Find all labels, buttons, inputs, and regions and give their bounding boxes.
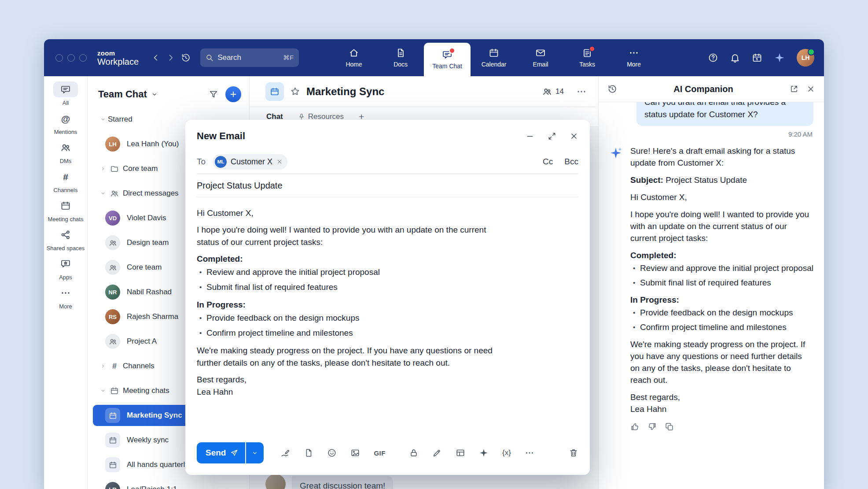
expand-button[interactable] bbox=[548, 132, 556, 141]
avatar: LR bbox=[105, 482, 120, 489]
nav-tab-email[interactable]: Email bbox=[517, 39, 564, 76]
rail-item-dms[interactable]: DMs bbox=[46, 140, 85, 164]
ai-body-intro: I hope you're doing well! I wanted to pr… bbox=[630, 208, 813, 244]
open-in-new-icon bbox=[790, 85, 798, 93]
help-button[interactable] bbox=[708, 52, 718, 63]
zoom-window-control[interactable] bbox=[79, 54, 87, 62]
history-button[interactable] bbox=[178, 50, 193, 65]
close-window-control[interactable] bbox=[55, 54, 63, 62]
item-label: Lea/Rajesh 1:1 bbox=[127, 485, 177, 489]
avatar: RS bbox=[105, 309, 120, 324]
avatar bbox=[265, 474, 286, 489]
nav-tab-more[interactable]: More bbox=[611, 39, 657, 76]
star-channel-button[interactable] bbox=[290, 86, 300, 96]
item-label: Rajesh Sharma bbox=[127, 312, 178, 321]
send-options-button[interactable] bbox=[246, 442, 264, 463]
thumbs-up-button[interactable] bbox=[630, 422, 640, 431]
email-icon bbox=[535, 48, 546, 58]
rail-item-meeting-chats[interactable]: Meeting chats bbox=[46, 198, 85, 222]
hash-icon: # bbox=[63, 174, 68, 180]
subject-field[interactable]: Project Status Update bbox=[197, 174, 578, 197]
rail-item-more[interactable]: More bbox=[46, 285, 85, 310]
rail-item-apps[interactable]: Apps bbox=[46, 256, 85, 281]
list-item: Provide feedback on the design mockups bbox=[206, 312, 500, 324]
ai-assist-button[interactable] bbox=[479, 448, 489, 458]
item-label: Nabil Rashad bbox=[127, 288, 172, 296]
gif-label: GIF bbox=[374, 449, 386, 457]
meeting-calendar-icon bbox=[60, 200, 71, 211]
recipient-row[interactable]: To ML Customer X Cc Bcc bbox=[197, 150, 578, 174]
rail-item-mentions[interactable]: @ Mentions bbox=[46, 111, 85, 135]
item-label: Design team bbox=[127, 238, 169, 247]
insert-image-button[interactable] bbox=[350, 448, 360, 458]
remove-recipient-button[interactable] bbox=[276, 159, 283, 165]
nav-tab-label: Team Chat bbox=[432, 63, 462, 70]
filter-button[interactable] bbox=[209, 89, 218, 99]
minimize-button[interactable] bbox=[526, 132, 534, 141]
rail-label: All bbox=[63, 100, 69, 106]
notification-dot bbox=[449, 48, 455, 54]
more-icon bbox=[629, 48, 639, 58]
ai-signature: Lea Hahn bbox=[630, 403, 813, 415]
completed-label: Completed: bbox=[630, 251, 677, 260]
rail-label: More bbox=[59, 303, 72, 310]
search-input[interactable]: Search ⌘F bbox=[200, 48, 299, 67]
send-button[interactable]: Send bbox=[197, 442, 245, 463]
in-progress-label: In Progress: bbox=[197, 299, 500, 311]
ai-history-button[interactable] bbox=[607, 84, 617, 94]
user-avatar[interactable]: LH bbox=[797, 49, 814, 67]
recipient-name: Customer X bbox=[231, 157, 272, 167]
compose-toolbar: Send GIF bbox=[197, 435, 578, 475]
sidebar-item-lea-rajesh[interactable]: LR Lea/Rajesh 1:1 bbox=[88, 477, 249, 489]
ai-companion-button[interactable] bbox=[774, 52, 785, 63]
send-label: Send bbox=[206, 448, 226, 458]
message-bubble: Great discussion team! bbox=[292, 476, 393, 489]
nav-tab-label: Calendar bbox=[482, 61, 507, 68]
minimize-window-control[interactable] bbox=[67, 54, 75, 62]
more-icon bbox=[60, 288, 71, 298]
forward-button[interactable] bbox=[163, 50, 178, 65]
copy-button[interactable] bbox=[665, 422, 674, 431]
calendar-quick-button[interactable] bbox=[752, 52, 762, 63]
open-in-new-button[interactable] bbox=[790, 85, 798, 93]
close-panel-button[interactable] bbox=[806, 85, 815, 93]
variables-button[interactable]: {x} bbox=[502, 448, 511, 457]
cc-button[interactable]: Cc bbox=[543, 157, 553, 167]
nav-tab-home[interactable]: Home bbox=[331, 39, 377, 76]
nav-tab-label: More bbox=[627, 61, 641, 68]
sidebar-title-dropdown[interactable]: Team Chat bbox=[98, 89, 158, 100]
emoji-button[interactable] bbox=[327, 448, 337, 458]
meeting-calendar-icon bbox=[108, 386, 121, 395]
team-avatar bbox=[105, 260, 120, 275]
thumbs-down-button[interactable] bbox=[647, 422, 657, 431]
member-count[interactable]: 14 bbox=[542, 87, 564, 96]
chevron-down-icon bbox=[98, 116, 108, 122]
notifications-button[interactable] bbox=[730, 52, 740, 63]
signature-button[interactable] bbox=[280, 448, 290, 458]
attach-file-button[interactable] bbox=[304, 448, 313, 458]
rail-item-all[interactable]: All bbox=[46, 82, 85, 106]
nav-tab-calendar[interactable]: Calendar bbox=[471, 39, 517, 76]
email-body-editor[interactable]: Hi Customer X, I hope you're doing well!… bbox=[197, 197, 500, 435]
discard-draft-button[interactable] bbox=[569, 448, 578, 458]
notification-dot bbox=[589, 46, 595, 52]
recipient-chip[interactable]: ML Customer X bbox=[213, 154, 287, 170]
template-button[interactable] bbox=[456, 448, 465, 458]
nav-tab-tasks[interactable]: Tasks bbox=[564, 39, 611, 76]
back-button[interactable] bbox=[148, 50, 163, 65]
new-chat-button[interactable] bbox=[225, 86, 241, 102]
close-button[interactable] bbox=[570, 132, 578, 141]
nav-tab-docs[interactable]: Docs bbox=[377, 39, 424, 76]
gif-button[interactable]: GIF bbox=[374, 449, 386, 457]
bcc-button[interactable]: Bcc bbox=[564, 157, 578, 167]
edit-button[interactable] bbox=[432, 448, 442, 458]
nav-tab-team-chat[interactable]: Team Chat bbox=[424, 43, 471, 76]
ai-closing: We're making steady progress on the proj… bbox=[630, 338, 813, 386]
people-icon bbox=[108, 189, 121, 198]
rail-item-shared-spaces[interactable]: Shared spaces bbox=[46, 227, 85, 252]
encrypt-button[interactable] bbox=[409, 448, 419, 458]
ai-response-text: Sure! Here's a draft email asking for a … bbox=[630, 145, 813, 431]
channel-more-button[interactable] bbox=[576, 86, 587, 97]
rail-item-channels[interactable]: # Channels bbox=[46, 169, 85, 193]
more-tools-button[interactable] bbox=[525, 448, 534, 458]
